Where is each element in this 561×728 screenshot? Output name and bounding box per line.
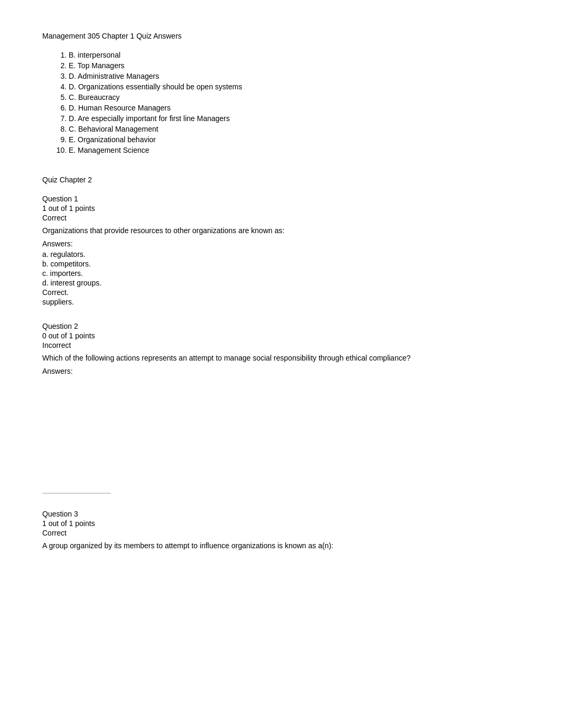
- list-item: B. interpersonal: [69, 51, 519, 59]
- question1-correct-answer: suppliers.: [42, 298, 519, 306]
- list-item: D. Organizations essentially should be o…: [69, 82, 519, 91]
- list-item: D. Are especially important for first li…: [69, 114, 519, 123]
- list-item: E. Top Managers: [69, 61, 519, 70]
- page-title: Management 305 Chapter 1 Quiz Answers: [42, 32, 519, 40]
- question3-points: 1 out of 1 points: [42, 519, 519, 528]
- quiz2-title: Quiz Chapter 2: [42, 176, 519, 184]
- question2-block: Question 2 0 out of 1 points Incorrect W…: [42, 322, 519, 494]
- list-item: D. Human Resource Managers: [69, 104, 519, 112]
- question1-status: Correct: [42, 214, 519, 222]
- list-item: E. Management Science: [69, 146, 519, 154]
- question1-block: Question 1 1 out of 1 points Correct Org…: [42, 195, 519, 306]
- question2-text: Which of the following actions represent…: [42, 353, 519, 364]
- question1-label: Question 1: [42, 195, 519, 203]
- question3-block: Question 3 1 out of 1 points Correct A g…: [42, 510, 519, 551]
- question3-label: Question 3: [42, 510, 519, 518]
- question1-option-d: d. interest groups.: [42, 279, 519, 287]
- question1-option-a: a. regulators.: [42, 250, 519, 259]
- question3-text: A group organized by its members to atte…: [42, 540, 519, 551]
- answer-list: B. interpersonal E. Top Managers D. Admi…: [69, 51, 519, 154]
- question1-answers-label: Answers:: [42, 239, 519, 248]
- question2-blank-area: [42, 377, 111, 494]
- list-item: E. Organizational behavior: [69, 135, 519, 144]
- question1-text: Organizations that provide resources to …: [42, 225, 519, 236]
- list-item: C. Bureaucracy: [69, 93, 519, 102]
- list-item: D. Administrative Managers: [69, 72, 519, 80]
- chapter1-section: Management 305 Chapter 1 Quiz Answers B.…: [42, 32, 519, 154]
- question2-status: Incorrect: [42, 341, 519, 349]
- question1-option-c: c. importers.: [42, 269, 519, 278]
- question1-points: 1 out of 1 points: [42, 204, 519, 213]
- question1-option-b: b. competitors.: [42, 260, 519, 268]
- question2-label: Question 2: [42, 322, 519, 330]
- question3-status: Correct: [42, 529, 519, 537]
- quiz2-section: Quiz Chapter 2 Question 1 1 out of 1 poi…: [42, 176, 519, 551]
- question1-correct-label: Correct.: [42, 288, 519, 297]
- list-item: C. Behavioral Management: [69, 125, 519, 133]
- question2-answers-label: Answers:: [42, 367, 519, 375]
- question2-points: 0 out of 1 points: [42, 331, 519, 340]
